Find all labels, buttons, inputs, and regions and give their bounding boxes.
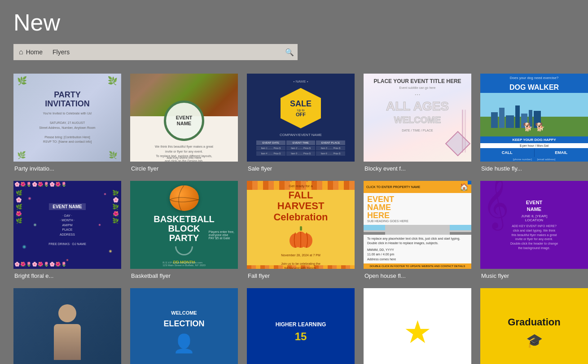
template-thumb-fall: 🍂🍁🍂🍁 Get ready for a FALLHARVESTCelebrat… [247, 181, 355, 269]
template-graduation[interactable]: Graduation 🎓 [480, 288, 588, 364]
higher-text: HIGHER LEARNING [276, 321, 326, 328]
dog-address: [phone number] [email address] [480, 157, 588, 162]
floral-left: 🌿🌸🌿🌺🌿 [16, 190, 22, 260]
leaf-bl-icon: 🌿 [17, 151, 26, 159]
floral-label: Bright floral e... [13, 272, 121, 279]
template-thumb-sale: • NAME • SALE Up to OFF COMPANY/EVENT NA… [247, 74, 355, 162]
dog-happy: KEEP YOUR DOG HAPPY [480, 136, 588, 143]
page-header: New ⌂ Home 🔍 [0, 0, 588, 65]
template-star[interactable]: ★ [364, 288, 471, 364]
dog-contact: CALL EMAIL [480, 148, 588, 157]
template-party-invitation[interactable]: 🌿 🌿 🌿 🌿 PARTYINVITATION You're Invited t… [13, 74, 121, 172]
template-thumb-basketball: BASKETBALLBLOCKPARTY DD MONTH Players en… [130, 181, 238, 269]
floral-right: 🌿🌸🌿🌺🌿 [112, 190, 119, 260]
leaf-tl-icon: 🌿 [17, 76, 27, 86]
oh-event-name: EVENTNAMEHERE [367, 195, 468, 219]
sale-company-name: COMPANY/EVENT NAME [280, 133, 322, 137]
music-label: Music flyer [480, 272, 588, 279]
election-welcome: WELCOME [171, 310, 197, 316]
party-title: PARTYINVITATION [45, 91, 89, 109]
template-higher-learning[interactable]: HIGHER LEARNING 15 [247, 288, 355, 364]
home-button[interactable]: ⌂ Home [13, 44, 48, 60]
template-open-house[interactable]: CLICK TO ENTER PROPERTY NAME 🏠 EVENTNAME… [364, 181, 471, 279]
template-portrait[interactable] [13, 288, 121, 364]
template-election[interactable]: WELCOME ELECTION 👤 [130, 288, 238, 364]
blocky-diamond [445, 131, 471, 157]
sale-name-label: • NAME • [293, 79, 308, 83]
template-thumb-blocky: PLACE YOUR EVENT TITLE HERE Event subtit… [364, 74, 471, 162]
oh-header-text: CLICK TO ENTER PROPERTY NAME [366, 185, 420, 189]
template-thumb-floral: 🌸🌺🌷🌸🌺🌷🌸🌺🌷 🌸🌺🌷🌸🌺🌷🌸🌺🌷 🌿🌸🌿🌺🌿 🌿🌸🌿🌺🌿 EVENT NA… [13, 181, 121, 269]
music-event-name: EVENTNAME [526, 199, 543, 212]
higher-content: HIGHER LEARNING 15 [247, 288, 355, 364]
oh-building [385, 225, 450, 235]
template-thumb-circle: EVENTNAME We think this beautiful flyer … [130, 74, 238, 162]
fall-date: November 28, 2024 at 7 PMJoin us to be c… [281, 253, 320, 269]
election-content: WELCOME ELECTION 👤 [130, 288, 238, 364]
templates-grid: 🌿 🌿 🌿 🌿 PARTYINVITATION You're Invited t… [0, 65, 588, 364]
template-thumb-party: 🌿 🌿 🌿 🌿 PARTYINVITATION You're Invited t… [13, 74, 121, 162]
search-input[interactable] [48, 44, 281, 60]
template-thumb-music: 𝄞 EVENTNAME JUNE 8, [YEAR]LOCATION ADD K… [480, 181, 588, 269]
page-title: New [13, 9, 575, 36]
template-circle-flyer[interactable]: EVENTNAME We think this beautiful flyer … [130, 74, 238, 172]
basketball-rsvp: R.S.V.P someone@example.com123 Main Stre… [162, 261, 206, 267]
dog-question: Does your dog need exercise? [480, 74, 588, 82]
dog-call: CALL [480, 148, 535, 157]
star-icon: ★ [404, 314, 432, 351]
oh-placeholder-text: To replace any placeholder text click th… [367, 237, 468, 246]
home-icon: ⌂ [19, 48, 23, 56]
openhouse-label: Open house fl... [364, 272, 471, 279]
circle-overlay: EVENTNAME We think this beautiful flyer … [130, 101, 238, 162]
blocky-label: Blocky event f... [364, 165, 471, 172]
floral-bottom-border: 🌸🌺🌷🌸🌺🌷🌸🌺🌷 [13, 261, 121, 269]
template-music-flyer[interactable]: 𝄞 EVENTNAME JUNE 8, [YEAR]LOCATION ADD K… [480, 181, 588, 279]
sale-label: Sale flyer [247, 165, 355, 172]
oh-sub-heading: SUB HEADING GOES HERE [367, 219, 468, 223]
election-person-icon: 👤 [173, 333, 195, 354]
basketball-title: BASKETBALLBLOCKPARTY [154, 215, 215, 243]
circle-badge: EVENTNAME [164, 101, 204, 141]
graduation-content: Graduation 🎓 [480, 288, 588, 364]
template-fall-flyer[interactable]: 🍂🍁🍂🍁 Get ready for a FALLHARVESTCelebrat… [247, 181, 355, 279]
blocky-sub: Event subtitle can go here [399, 86, 436, 89]
oh-top-bar: CLICK TO ENTER PROPERTY NAME 🏠 [364, 181, 471, 193]
fall-pumpkin [289, 226, 313, 250]
graduation-text: Graduation [508, 316, 560, 328]
dog-price: $ per hour / Mon-Sat [480, 143, 588, 148]
template-sale-flyer[interactable]: • NAME • SALE Up to OFF COMPANY/EVENT NA… [247, 74, 355, 172]
sale-hexagon: SALE Up to OFF [281, 88, 321, 128]
template-thumb-portrait [13, 288, 121, 364]
floral-details: · DAY ·· MONTH ·AM/PMPLACEADDRESSFREE DR… [48, 214, 86, 247]
blocky-dots: • • • [415, 93, 420, 96]
search-button[interactable]: 🔍 [281, 44, 298, 60]
graduation-cap-icon: 🎓 [526, 333, 543, 348]
basketball-label: Basketball flyer [130, 272, 238, 279]
notification-dot [468, 181, 471, 184]
music-treble-icon: 𝄞 [483, 181, 509, 229]
leaf-tr-icon: 🌿 [108, 76, 118, 86]
template-blocky-event[interactable]: PLACE YOUR EVENT TITLE HERE Event subtit… [364, 74, 471, 172]
portrait-content [13, 288, 121, 364]
template-thumb-openhouse: CLICK TO ENTER PROPERTY NAME 🏠 EVENTNAME… [364, 181, 471, 269]
oh-name-section: EVENTNAMEHERE SUB HEADING GOES HERE [364, 193, 471, 225]
leaf-br-icon: 🌿 [109, 151, 118, 159]
home-label: Home [26, 48, 43, 56]
template-thumb-election: WELCOME ELECTION 👤 [130, 288, 238, 364]
oh-date-time: MMMM, DD, YYYY11.00 am / 4.00 pmAddress … [367, 248, 468, 262]
party-subtitle: You're Invited to Celebrate with Us!SATU… [39, 111, 95, 145]
dog-icons: 🐕 🐕 [523, 122, 545, 132]
floral-top-border: 🌸🌺🌷🌸🌺🌷🌸🌺🌷 [13, 181, 121, 189]
basketball-ball [170, 185, 199, 211]
election-text: ELECTION [163, 319, 204, 329]
template-bright-floral[interactable]: 🌸🌺🌷🌸🌺🌷🌸🌺🌷 🌸🌺🌷🌸🌺🌷🌸🌺🌷 🌿🌸🌿🌺🌿 🌿🌸🌿🌺🌿 EVENT NA… [13, 181, 121, 279]
dog-city-area: 🐕 🐕 [480, 93, 588, 136]
blocky-all-ages: ALL AGES [386, 100, 449, 113]
sale-table: EVENT DATE EVENT TIME EVENT PLACE Item 1… [256, 140, 345, 156]
search-bar: ⌂ Home 🔍 [13, 44, 575, 60]
oh-details: To replace any placeholder text click th… [364, 235, 471, 264]
template-dog-walker[interactable]: Does your dog need exercise? DOG WALKER [480, 74, 588, 172]
template-basketball[interactable]: BASKETBALLBLOCKPARTY DD MONTH Players en… [130, 181, 238, 279]
fall-title: FALLHARVESTCelebration [273, 190, 328, 223]
dog-label: Side hustle fly... [480, 165, 588, 172]
